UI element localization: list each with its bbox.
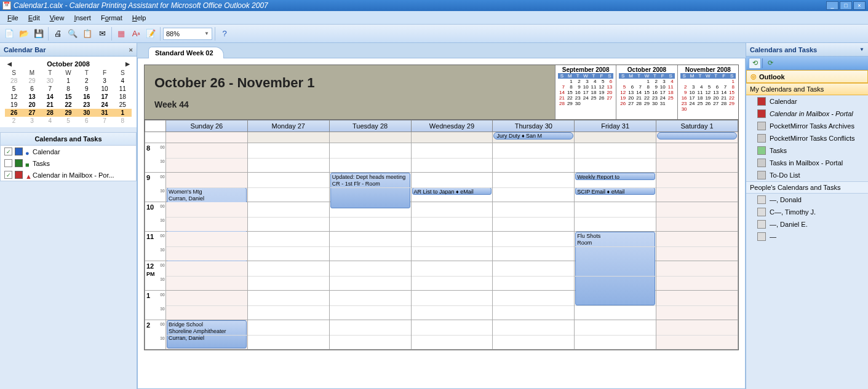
time-cell[interactable] (247, 173, 329, 202)
right-calendar-item[interactable]: PocketMirror Tasks Archives (746, 120, 868, 132)
prev-month-button[interactable]: ◀ (5, 61, 14, 67)
chevron-down-icon[interactable]: ▼ (859, 47, 864, 52)
mini-calendar-day[interactable]: 19 (5, 101, 23, 109)
time-cell[interactable] (411, 320, 493, 350)
mini-calendar-day[interactable]: 8 (114, 117, 132, 125)
close-button[interactable]: × (853, 1, 866, 10)
mini-calendar-day[interactable]: 30 (78, 109, 95, 117)
time-cell[interactable] (575, 291, 656, 320)
mini-calendar-day[interactable]: 30 (41, 77, 59, 85)
send-button[interactable]: ✉ (95, 27, 109, 41)
mini-calendar-day[interactable]: 24 (95, 101, 113, 109)
mini-calendar-day[interactable]: 22 (59, 101, 78, 109)
time-cell[interactable] (656, 261, 738, 291)
mini-calendar-day[interactable]: 8 (59, 85, 78, 93)
time-cell[interactable] (247, 143, 329, 173)
new-button[interactable]: 📄 (2, 27, 16, 41)
people-calendars-header[interactable]: People's Calendars and Tasks (746, 181, 868, 194)
export-button[interactable]: 📋 (81, 27, 94, 41)
mini-calendar-day[interactable]: 20 (23, 101, 41, 109)
mini-calendar-day[interactable]: 9 (78, 85, 95, 93)
time-cell[interactable] (329, 232, 411, 261)
mini-calendar-day[interactable]: 1 (59, 77, 78, 85)
mini-calendar-day[interactable]: 29 (23, 77, 41, 85)
time-cell[interactable] (493, 261, 575, 291)
right-calendar-item[interactable]: To-Do List (746, 169, 868, 181)
mini-calendar-day[interactable]: 4 (114, 77, 132, 85)
time-cell[interactable] (656, 232, 738, 261)
allday-cell[interactable] (329, 132, 411, 143)
forward-button[interactable]: ⟳ (764, 58, 776, 69)
mini-calendar-day[interactable]: 21 (41, 101, 59, 109)
mini-calendar-day[interactable]: 28 (5, 77, 23, 85)
time-cell[interactable] (656, 202, 738, 232)
mini-calendar-day[interactable]: 5 (59, 117, 78, 125)
print-button[interactable]: 🖨 (51, 27, 65, 41)
font-button[interactable]: Aa (129, 27, 143, 41)
right-calendar-item[interactable]: PocketMirror Tasks Conflicts (746, 132, 868, 144)
help-button[interactable]: ? (218, 27, 231, 41)
time-cell[interactable] (411, 291, 493, 320)
menu-format[interactable]: Format (96, 14, 127, 22)
checkbox[interactable] (4, 159, 12, 167)
checkbox[interactable]: ✓ (4, 147, 12, 155)
time-cell[interactable] (656, 320, 738, 350)
time-cell[interactable] (166, 232, 248, 261)
save-button[interactable]: 💾 (32, 27, 46, 41)
time-cell[interactable] (575, 202, 656, 232)
mini-calendar-day[interactable]: 3 (23, 117, 41, 125)
event-ar-list[interactable]: AR List to Japan ♦ eMail (412, 187, 492, 195)
open-button[interactable]: 📂 (17, 27, 31, 41)
time-cell[interactable]: Bridge SchoolShoreline AmphitheaterCurra… (166, 320, 248, 350)
menu-help[interactable]: Help (127, 14, 151, 22)
tab-standard-week[interactable]: Standard Week 02 (148, 47, 224, 58)
mini-calendar-day[interactable]: 6 (78, 117, 95, 125)
right-calendar-item[interactable]: Tasks (746, 144, 868, 157)
mini-calendar-grid[interactable]: SMTWTFS 28293012345678910111213141516171… (5, 69, 132, 125)
time-cell[interactable] (493, 143, 575, 173)
my-calendars-header[interactable]: My Calendars and Tasks (746, 83, 868, 95)
allday-cell[interactable] (656, 132, 738, 143)
maximize-button[interactable]: □ (840, 1, 852, 10)
grid-icon[interactable]: ▦ (114, 27, 128, 41)
right-calendar-item[interactable]: Tasks in Mailbox - Portal (746, 157, 868, 169)
time-cell[interactable] (493, 320, 575, 350)
mini-calendar-day[interactable]: 3 (95, 77, 113, 85)
mini-calendar-day[interactable]: 29 (59, 109, 78, 117)
time-cell[interactable] (247, 291, 329, 320)
time-cell[interactable] (493, 173, 575, 202)
time-cell[interactable] (656, 143, 738, 173)
allday-event[interactable]: Jury Duty ♦ San M (493, 132, 573, 139)
time-cell[interactable]: Updated: Dept heads meetingCR - 1st Flr … (329, 173, 411, 202)
mini-calendar-day[interactable]: 12 (5, 93, 23, 101)
right-person-item[interactable]: —, Daniel E. (746, 218, 868, 230)
mini-calendar-day[interactable]: 25 (114, 101, 132, 109)
right-calendar-item[interactable]: Calendar in Mailbox - Portal (746, 108, 868, 120)
allday-cell[interactable] (575, 132, 656, 143)
time-cell[interactable] (166, 291, 248, 320)
time-cell[interactable] (411, 232, 493, 261)
time-cell[interactable] (166, 143, 248, 173)
mini-calendar-day[interactable]: 1 (114, 109, 132, 117)
menu-edit[interactable]: Edit (23, 14, 45, 22)
time-cell[interactable] (329, 320, 411, 350)
time-cell[interactable] (493, 291, 575, 320)
mini-calendar-day[interactable]: 31 (95, 109, 113, 117)
time-cell[interactable]: AR List to Japan ♦ eMail (411, 173, 493, 202)
event-scip-email[interactable]: SCIP Email ♦ eMail (575, 187, 655, 195)
mini-calendar-day[interactable]: 27 (23, 109, 41, 117)
zoom-combo[interactable]: 88% ▼ (163, 28, 212, 40)
time-cell[interactable] (329, 143, 411, 173)
mini-calendar-day[interactable]: 7 (41, 85, 59, 93)
time-cell[interactable] (411, 202, 493, 232)
mini-calendar-day[interactable]: 16 (78, 93, 95, 101)
mini-calendar-day[interactable]: 6 (23, 85, 41, 93)
time-cell[interactable] (247, 202, 329, 232)
mini-calendar-day[interactable]: 13 (23, 93, 41, 101)
calendar-task-item[interactable]: ✓●Calendar (1, 146, 136, 157)
mini-calendar-day[interactable]: 5 (5, 85, 23, 93)
mini-calendar-day[interactable]: 2 (5, 117, 23, 125)
menu-view[interactable]: View (45, 14, 70, 22)
time-cell[interactable] (247, 232, 329, 261)
mini-calendar-day[interactable]: 7 (95, 117, 113, 125)
